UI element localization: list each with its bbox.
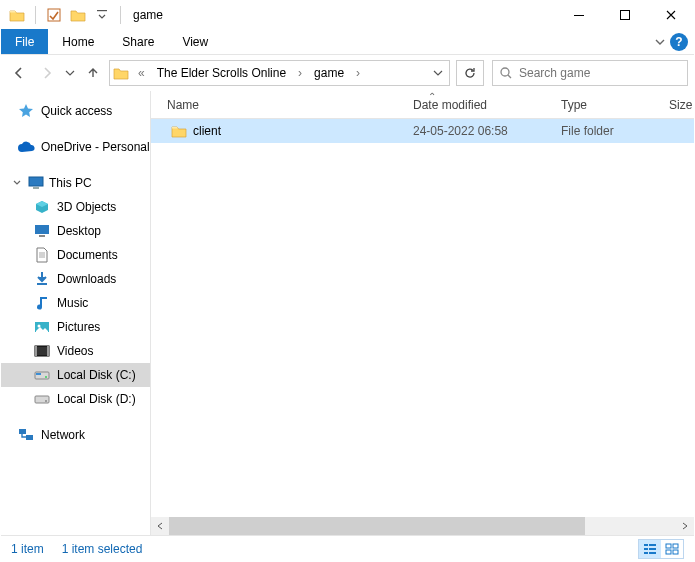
nav-forward-button[interactable] bbox=[35, 59, 59, 87]
search-input[interactable] bbox=[519, 66, 681, 80]
svg-rect-12 bbox=[35, 346, 49, 356]
column-headers[interactable]: Name ⌃ Date modified Type Size bbox=[151, 91, 694, 119]
thumbnails-view-button[interactable] bbox=[661, 540, 683, 558]
horizontal-scrollbar[interactable] bbox=[151, 517, 694, 535]
crumb-drop-icon[interactable]: › bbox=[352, 66, 364, 80]
document-icon bbox=[33, 246, 51, 264]
row-name: client bbox=[193, 124, 221, 138]
sidebar-item-label: Videos bbox=[57, 344, 93, 358]
svg-rect-26 bbox=[644, 552, 648, 554]
col-type-label: Type bbox=[561, 98, 587, 112]
search-icon bbox=[499, 66, 513, 80]
svg-rect-16 bbox=[36, 373, 41, 375]
ribbon-expand-icon[interactable] bbox=[654, 36, 666, 48]
table-row[interactable]: client 24-05-2022 06:58 File folder bbox=[151, 119, 694, 143]
col-name[interactable]: Name bbox=[151, 91, 403, 118]
nav-up-button[interactable] bbox=[81, 59, 105, 87]
col-size-label: Size bbox=[669, 98, 692, 112]
svg-rect-1 bbox=[97, 10, 107, 11]
col-type[interactable]: Type bbox=[551, 91, 659, 118]
sidebar-item-local-disk-c[interactable]: Local Disk (C:) bbox=[1, 363, 150, 387]
star-icon bbox=[17, 102, 35, 120]
address-history-button[interactable] bbox=[429, 68, 447, 78]
crumb-current[interactable]: game bbox=[310, 66, 348, 80]
tab-share[interactable]: Share bbox=[108, 29, 168, 54]
drive-icon bbox=[33, 366, 51, 384]
view-toggle[interactable] bbox=[638, 539, 684, 559]
sidebar-item-local-disk-d[interactable]: Local Disk (D:) bbox=[1, 387, 150, 411]
svg-rect-23 bbox=[649, 544, 656, 546]
search-box[interactable] bbox=[492, 60, 688, 86]
tab-home-label: Home bbox=[62, 35, 94, 49]
tab-home[interactable]: Home bbox=[48, 29, 108, 54]
minimize-button[interactable] bbox=[556, 1, 602, 29]
videos-icon bbox=[33, 342, 51, 360]
nav-recent-button[interactable] bbox=[63, 59, 77, 87]
svg-rect-0 bbox=[48, 9, 60, 21]
scroll-left-button[interactable] bbox=[151, 517, 169, 535]
tab-file-label: File bbox=[15, 35, 34, 49]
navigation-pane[interactable]: Quick access OneDrive - Personal This PC… bbox=[1, 91, 151, 535]
sidebar-quick-access[interactable]: Quick access bbox=[1, 99, 150, 123]
svg-point-17 bbox=[45, 376, 47, 378]
crumb-parent[interactable]: The Elder Scrolls Online bbox=[153, 66, 290, 80]
col-date[interactable]: Date modified bbox=[403, 91, 551, 118]
qat-folder-icon[interactable] bbox=[7, 5, 27, 25]
svg-rect-9 bbox=[37, 283, 47, 285]
sidebar-item-desktop[interactable]: Desktop bbox=[1, 219, 150, 243]
cube-icon bbox=[33, 198, 51, 216]
status-selected: 1 item selected bbox=[62, 542, 143, 556]
sidebar-item-downloads[interactable]: Downloads bbox=[1, 267, 150, 291]
row-date: 24-05-2022 06:58 bbox=[413, 124, 508, 138]
tab-view-label: View bbox=[182, 35, 208, 49]
details-view-button[interactable] bbox=[639, 540, 661, 558]
svg-point-4 bbox=[501, 68, 509, 76]
svg-rect-27 bbox=[649, 552, 656, 554]
qat-folder2-icon[interactable] bbox=[68, 5, 88, 25]
crumb-sep-icon[interactable]: › bbox=[294, 66, 306, 80]
tab-file[interactable]: File bbox=[1, 29, 48, 54]
svg-rect-28 bbox=[666, 544, 671, 548]
crumb-prefix: « bbox=[134, 66, 149, 80]
maximize-button[interactable] bbox=[602, 1, 648, 29]
download-icon bbox=[33, 270, 51, 288]
scroll-track[interactable] bbox=[169, 517, 676, 535]
address-bar[interactable]: « The Elder Scrolls Online › game › bbox=[109, 60, 450, 86]
close-button[interactable] bbox=[648, 1, 694, 29]
sidebar-item-videos[interactable]: Videos bbox=[1, 339, 150, 363]
title-sep bbox=[120, 6, 121, 24]
sidebar-item-label: This PC bbox=[49, 176, 92, 190]
svg-rect-29 bbox=[673, 544, 678, 548]
sidebar-item-label: Pictures bbox=[57, 320, 100, 334]
tab-share-label: Share bbox=[122, 35, 154, 49]
svg-rect-22 bbox=[644, 544, 648, 546]
sidebar-item-label: OneDrive - Personal bbox=[41, 140, 150, 154]
tab-view[interactable]: View bbox=[168, 29, 222, 54]
sidebar-item-pictures[interactable]: Pictures bbox=[1, 315, 150, 339]
svg-rect-13 bbox=[35, 346, 37, 356]
svg-rect-31 bbox=[673, 550, 678, 554]
row-type: File folder bbox=[561, 124, 614, 138]
sidebar-this-pc[interactable]: This PC bbox=[1, 171, 150, 195]
refresh-button[interactable] bbox=[456, 60, 484, 86]
qat-properties-icon[interactable] bbox=[44, 5, 64, 25]
sidebar-item-3d-objects[interactable]: 3D Objects bbox=[1, 195, 150, 219]
address-folder-icon bbox=[112, 64, 130, 82]
sidebar-item-documents[interactable]: Documents bbox=[1, 243, 150, 267]
qat-overflow-icon[interactable] bbox=[92, 5, 112, 25]
desktop-icon bbox=[33, 222, 51, 240]
svg-rect-14 bbox=[47, 346, 49, 356]
sidebar-item-music[interactable]: Music bbox=[1, 291, 150, 315]
svg-rect-18 bbox=[35, 396, 49, 403]
expand-icon[interactable] bbox=[13, 179, 23, 187]
col-size[interactable]: Size bbox=[659, 91, 694, 118]
scroll-right-button[interactable] bbox=[676, 517, 694, 535]
sidebar-onedrive[interactable]: OneDrive - Personal bbox=[1, 135, 150, 159]
svg-rect-7 bbox=[35, 225, 49, 234]
sidebar-item-label: Desktop bbox=[57, 224, 101, 238]
help-button[interactable]: ? bbox=[670, 33, 688, 51]
nav-back-button[interactable] bbox=[7, 59, 31, 87]
file-list[interactable]: client 24-05-2022 06:58 File folder bbox=[151, 119, 694, 517]
scroll-thumb[interactable] bbox=[169, 517, 585, 535]
sidebar-network[interactable]: Network bbox=[1, 423, 150, 447]
